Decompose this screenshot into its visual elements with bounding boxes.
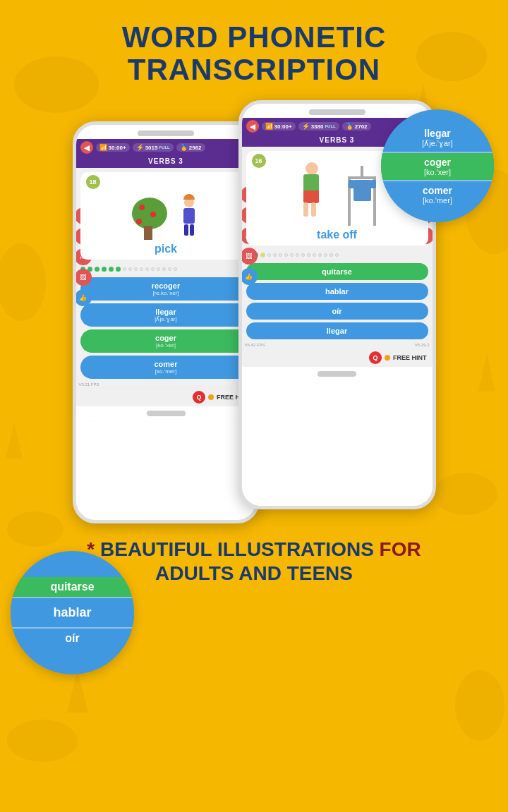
person-r-head bbox=[306, 162, 318, 175]
coins-value-left: 2962 bbox=[189, 145, 202, 151]
callout-item-left-2: hablar bbox=[11, 598, 134, 627]
answer-phonetic-left-3: [ko.'xer] bbox=[87, 342, 245, 349]
callout-phonetic-right-1: [ʎje.'ɣar] bbox=[381, 139, 494, 148]
progress-dots-right bbox=[242, 250, 433, 260]
hint-text-right[interactable]: FREE HINT bbox=[393, 354, 427, 361]
dot-11 bbox=[145, 267, 149, 271]
answer-word-right-3: oír bbox=[253, 307, 421, 315]
dot-r-10 bbox=[301, 253, 305, 257]
answer-word-right-1: quitarse bbox=[253, 267, 421, 276]
dot-r-8 bbox=[290, 253, 294, 257]
card-badge-right: 16 bbox=[252, 154, 266, 168]
home-button-left[interactable] bbox=[147, 411, 186, 416]
person-picking bbox=[179, 198, 200, 240]
tree-trunk bbox=[144, 226, 152, 240]
dot-r-7 bbox=[284, 253, 288, 257]
hint-dot-right bbox=[385, 355, 390, 360]
dot-4 bbox=[102, 267, 107, 272]
points-value-left: 3015 bbox=[145, 145, 158, 151]
answer-right-3[interactable]: oír bbox=[246, 303, 428, 320]
person-hat-left bbox=[183, 194, 195, 200]
phone-left-bottom bbox=[76, 406, 256, 422]
card-word-left: pick bbox=[155, 243, 177, 255]
fps-version-left: V5.21 FPS V5.29.2 bbox=[76, 382, 256, 387]
answer-phonetic-left-1: [re.ko.'xer] bbox=[87, 290, 245, 296]
card-area-left: 18 ☆ bbox=[80, 172, 252, 260]
phone-left-top bbox=[76, 125, 256, 139]
person-r-leg-2 bbox=[311, 202, 316, 217]
full-label-right: FULL bbox=[325, 124, 335, 128]
dot-15 bbox=[168, 267, 171, 271]
home-button-right[interactable] bbox=[318, 371, 356, 377]
dot-16 bbox=[174, 267, 177, 271]
bottom-for: FOR bbox=[380, 538, 421, 560]
person-r-leg-1 bbox=[303, 202, 308, 217]
person-r-legs bbox=[303, 202, 316, 217]
back-button-right[interactable]: ◀ bbox=[246, 120, 259, 133]
callout-circle-left: quitarse hablar oír bbox=[11, 551, 134, 674]
answer-left-1[interactable]: recoger [re.ko.'xer] bbox=[80, 277, 252, 301]
callout-item-right-3: comer [ko.'mer] bbox=[381, 181, 494, 208]
callout-item-right-1: llegar [ʎje.'ɣar] bbox=[381, 124, 494, 152]
phone-left-inner: ◀ 📶 30:00+ ⚡ 3015 FULL 🥇 2962 VERBS bbox=[76, 125, 256, 422]
callout-phonetic-right-3: [ko.'mer] bbox=[381, 196, 494, 205]
hint-dot-left bbox=[208, 394, 214, 400]
progress-dots-left bbox=[76, 264, 256, 274]
answer-right-4[interactable]: llegar bbox=[246, 322, 428, 339]
lesson-label-right: VERBS 3 bbox=[320, 136, 355, 144]
person-legs-left bbox=[179, 224, 200, 236]
dot-r-11 bbox=[307, 253, 310, 257]
clothes-rack bbox=[348, 166, 376, 215]
answer-left-2[interactable]: llegar [ʎje.'ɣar] bbox=[80, 303, 252, 327]
dot-r-15 bbox=[329, 253, 333, 257]
bottom-text-1: BEAUTIFUL ILLUSTRATIONS bbox=[100, 538, 380, 560]
answer-word-right-2: hablar bbox=[253, 287, 421, 296]
answer-options-right: quitarse hablar oír llegar bbox=[242, 260, 433, 342]
back-button-left[interactable]: ◀ bbox=[80, 141, 93, 154]
svg-point-7 bbox=[7, 720, 78, 762]
answer-word-left-3: coger bbox=[87, 334, 245, 342]
time-value-left: 30:00+ bbox=[109, 145, 126, 151]
dot-r-6 bbox=[279, 253, 282, 257]
dot-9 bbox=[134, 267, 138, 271]
bottom-text-2: ADULTS AND TEENS bbox=[155, 562, 353, 584]
back-icon-right: ◀ bbox=[250, 123, 255, 131]
answer-left-3[interactable]: coger [ko.'xer] bbox=[80, 329, 252, 353]
phone-right-top bbox=[242, 104, 433, 118]
stat-time-right: 📶 30:00+ bbox=[262, 122, 296, 131]
points-value-right: 3380 bbox=[311, 123, 324, 130]
hint-bar-left: Q FREE HINT bbox=[76, 387, 256, 406]
image-btn-right[interactable]: 🖼 bbox=[242, 248, 258, 265]
dot-r-9 bbox=[296, 253, 299, 257]
dot-r-13 bbox=[318, 253, 322, 257]
hint-bar-right: Q FREE HINT bbox=[242, 348, 433, 367]
callout-item-left-1: quitarse bbox=[11, 577, 134, 597]
dot-14 bbox=[162, 267, 166, 271]
person-r-shorts bbox=[303, 190, 319, 203]
person-leg-left-1 bbox=[184, 224, 188, 236]
dot-13 bbox=[157, 267, 160, 271]
callout-circle-right: llegar [ʎje.'ɣar] coger [ko.'xer] comer … bbox=[381, 109, 494, 222]
answer-left-4[interactable]: comer [ko.'mer] bbox=[80, 356, 252, 379]
answer-right-1[interactable]: quitarse bbox=[246, 263, 428, 280]
dot-7 bbox=[123, 267, 126, 271]
image-btn-left[interactable]: 🖼 bbox=[76, 269, 92, 286]
dot-8 bbox=[128, 267, 132, 271]
hint-icon-left: Q bbox=[193, 391, 205, 404]
answer-right-2[interactable]: hablar bbox=[246, 283, 428, 300]
card-word-right: take off bbox=[317, 229, 357, 241]
shirt-sleeve-right bbox=[370, 180, 376, 188]
dot-r-14 bbox=[324, 253, 327, 257]
person-head-left bbox=[184, 198, 194, 207]
phone-left-header: ◀ 📶 30:00+ ⚡ 3015 FULL 🥇 2962 bbox=[76, 139, 256, 156]
thumb-btn-right[interactable]: 👍 bbox=[242, 268, 258, 285]
illustration-pick bbox=[131, 183, 201, 240]
dot-6 bbox=[116, 267, 121, 272]
stat-points-right: ⚡ 3380 FULL bbox=[298, 122, 339, 131]
shirt-on-rack bbox=[353, 180, 371, 201]
hint-icon-right: Q bbox=[369, 351, 382, 364]
card-badge-left: 18 bbox=[86, 175, 100, 189]
dot-5 bbox=[109, 267, 114, 272]
answer-phonetic-left-2: [ʎje.'ɣar] bbox=[87, 316, 245, 322]
stat-coins-left: 🥇 2962 bbox=[176, 143, 205, 152]
